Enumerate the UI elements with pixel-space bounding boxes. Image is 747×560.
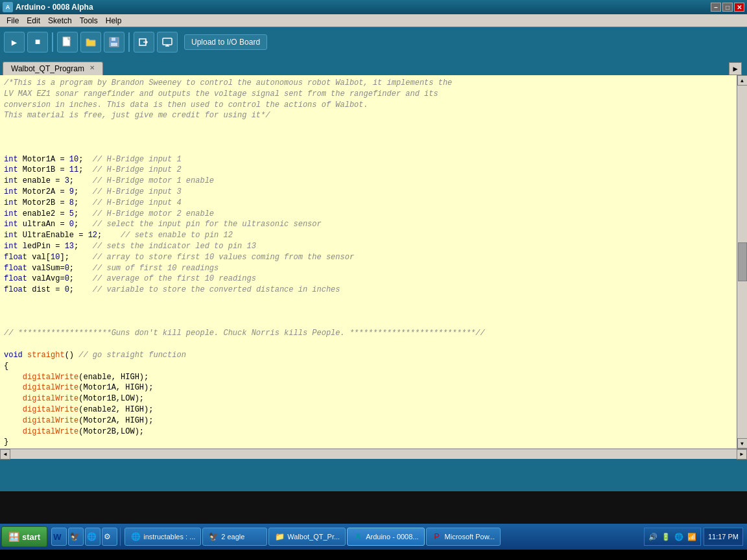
folder-icon: 📁 [274, 531, 285, 542]
black-area [0, 491, 747, 524]
tray-icon-2: 🔋 [661, 533, 670, 541]
close-button[interactable]: ✕ [734, 3, 744, 12]
clock-time: 11:17 PM [708, 533, 739, 541]
taskbar-arduino[interactable]: A Arduino - 0008... [347, 528, 424, 546]
menu-file[interactable]: File [3, 15, 23, 27]
title-text: Arduino - 0008 Alpha [16, 3, 93, 12]
tray-icon-4: 📶 [687, 533, 696, 541]
save-button[interactable] [104, 32, 124, 52]
eagle-icon: 🦅 [208, 531, 219, 542]
code-editor[interactable]: /*This is a program by Brandon Sweeney t… [0, 75, 737, 449]
quicklaunch-browser[interactable]: 🌐 [85, 528, 101, 546]
upload-button[interactable]: Upload to I/O Board [184, 34, 267, 50]
menu-sketch[interactable]: Sketch [44, 15, 76, 27]
toolbar-separator-1 [52, 32, 53, 52]
tab-label: Walbot_QT_Program [11, 64, 84, 73]
stop-button[interactable]: ■ [27, 32, 48, 52]
svg-rect-6 [163, 38, 172, 45]
tab-expand-button[interactable]: ▶ [729, 62, 742, 75]
quicklaunch-settings[interactable]: ⚙ [102, 528, 117, 546]
taskbar-eagle[interactable]: 🦅 2 eagle [202, 528, 267, 546]
arduino-icon: A [353, 531, 363, 542]
taskbar-arduino-label: Arduino - 0008... [366, 533, 418, 541]
scroll-down-button[interactable]: ▼ [737, 438, 748, 449]
play-button[interactable]: ▶ [4, 32, 25, 52]
taskbar-powerpoint[interactable]: P Microsoft Pow... [426, 528, 501, 546]
taskbar-eagle-label: 2 eagle [221, 533, 244, 541]
svg-rect-3 [111, 43, 117, 46]
instructables-icon: 🌐 [130, 531, 141, 542]
tab-bar: Walbot_QT_Program ✕ ▶ [0, 57, 747, 75]
editor-area: /*This is a program by Brandon Sweeney t… [0, 75, 747, 449]
menu-edit[interactable]: Edit [23, 15, 44, 27]
taskbar-instructables[interactable]: 🌐 instructables : ... [124, 528, 201, 546]
start-label: start [22, 532, 40, 542]
start-button[interactable]: 🪟 start [1, 526, 47, 547]
clock: 11:17 PM [704, 528, 743, 546]
open-button[interactable] [80, 32, 101, 52]
scroll-track-h [10, 450, 737, 459]
app-icon: A [3, 2, 13, 12]
quicklaunch-eagle[interactable]: 🦅 [68, 528, 84, 546]
scroll-right-button[interactable]: ▶ [737, 449, 747, 460]
vertical-scrollbar[interactable]: ▲ ▼ [737, 75, 747, 449]
taskbar: 🪟 start W 🦅 🌐 ⚙ 🌐 instructables : ... 🦅 … [0, 524, 747, 550]
menu-bar: File Edit Sketch Tools Help [0, 14, 747, 27]
tab-close-icon[interactable]: ✕ [89, 64, 95, 71]
title-bar: A Arduino - 0008 Alpha – □ ✕ [0, 0, 747, 14]
tray-icon-3: 🌐 [674, 533, 683, 541]
monitor-button[interactable] [157, 32, 178, 52]
quicklaunch-word[interactable]: W [51, 528, 67, 546]
maximize-button[interactable]: □ [722, 3, 733, 12]
taskbar-walbot-label: Walbot_QT_Pr... [287, 533, 340, 541]
new-button[interactable] [57, 32, 78, 52]
horizontal-scrollbar[interactable]: ◀ ▶ [0, 449, 747, 459]
import-button[interactable] [134, 32, 154, 52]
taskbar-walbot[interactable]: 📁 Walbot_QT_Pr... [268, 528, 346, 546]
minimize-button[interactable]: – [711, 3, 721, 12]
tray-icon-1: 🔊 [648, 533, 658, 541]
tray-icons: 🔊 🔋 🌐 📶 [644, 528, 701, 546]
menu-tools[interactable]: Tools [76, 15, 102, 27]
toolbar-separator-2 [128, 32, 130, 52]
scroll-up-button[interactable]: ▲ [737, 75, 748, 86]
toolbar: ▶ ■ Upload to I/O Board [0, 27, 747, 57]
powerpoint-icon: P [432, 531, 442, 542]
scroll-left-button[interactable]: ◀ [0, 449, 10, 460]
menu-help[interactable]: Help [102, 15, 126, 27]
taskbar-powerpoint-label: Microsoft Pow... [445, 533, 495, 541]
taskbar-instructables-label: instructables : ... [143, 533, 195, 541]
scroll-thumb[interactable] [738, 242, 747, 281]
editor-tab[interactable]: Walbot_QT_Program ✕ [3, 62, 103, 75]
bottom-status-area [0, 459, 747, 491]
system-tray: 🔊 🔋 🌐 📶 11:17 PM [644, 528, 746, 546]
svg-rect-2 [112, 38, 115, 41]
